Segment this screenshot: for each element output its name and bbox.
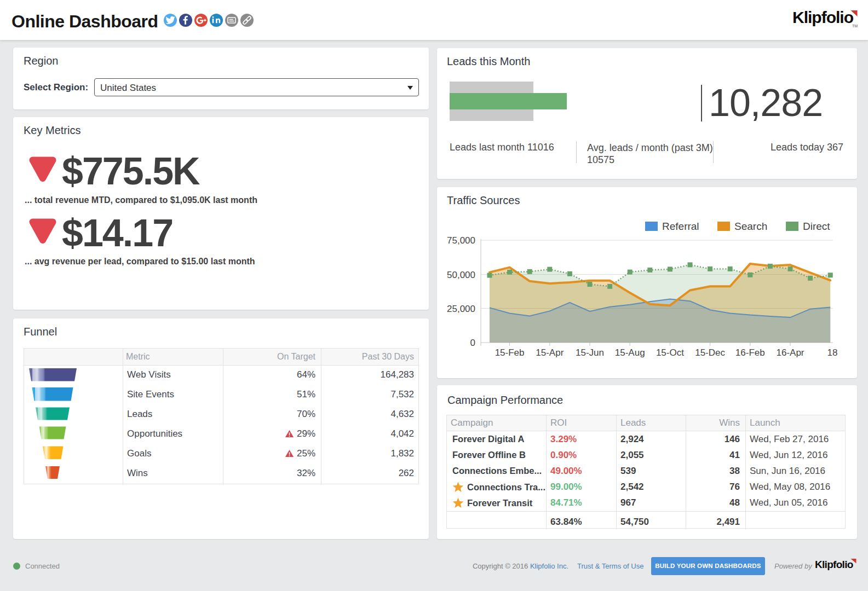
svg-text:18: 18 [827, 347, 838, 358]
svg-text:75,000: 75,000 [447, 235, 475, 246]
svg-text:16-Apr: 16-Apr [776, 347, 804, 358]
svg-text:15-Dec: 15-Dec [695, 347, 725, 358]
svg-text:25,000: 25,000 [447, 304, 475, 314]
svg-text:0: 0 [470, 338, 475, 348]
svg-text:15-Apr: 15-Apr [536, 347, 564, 358]
svg-text:15-Aug: 15-Aug [615, 347, 645, 358]
svg-text:15-Oct: 15-Oct [656, 347, 684, 358]
svg-text:15-Jun: 15-Jun [576, 347, 604, 358]
svg-text:50,000: 50,000 [447, 270, 475, 280]
svg-text:16-Feb: 16-Feb [735, 347, 765, 358]
svg-text:15-Feb: 15-Feb [495, 347, 525, 358]
